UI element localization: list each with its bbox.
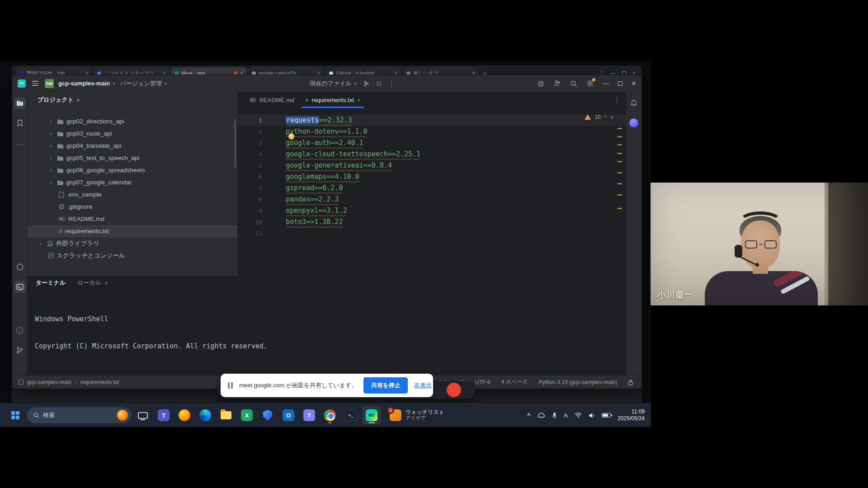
warning-stripe-mark[interactable] (617, 144, 622, 145)
ime-indicator[interactable]: A (564, 412, 568, 419)
taskbar-pycharm-app[interactable]: PC (363, 406, 381, 424)
problems-icon[interactable]: ! (14, 324, 26, 336)
project-tool-icon[interactable] (14, 97, 26, 109)
taskbar-remote-desktop-app[interactable] (134, 406, 152, 424)
vcs-widget[interactable]: バージョン管理 ∨ (120, 80, 167, 88)
chevron-right-icon[interactable]: › (50, 179, 54, 186)
taskbar-excel-app[interactable]: X (238, 406, 256, 424)
meet-leave-call-button[interactable] (447, 383, 461, 397)
tree-item-libraries[interactable]: › 外部ライブラリ (28, 237, 237, 249)
taskbar-search[interactable]: 検索 (27, 408, 131, 423)
start-button[interactable] (6, 406, 24, 424)
tab-close-icon[interactable]: × (357, 97, 361, 103)
settings-gear-icon[interactable] (586, 80, 594, 87)
search-icon[interactable] (570, 80, 577, 87)
inspections-widget[interactable]: 10 ^ ∨ (585, 114, 614, 120)
warning-stripe-mark[interactable] (617, 136, 622, 137)
ai-assistant-icon[interactable] (628, 117, 640, 129)
chevron-right-icon[interactable]: › (50, 155, 54, 161)
terminal-tool-icon[interactable] (14, 281, 26, 293)
file-encoding[interactable]: UTF-8 (475, 379, 491, 385)
window-close-button[interactable]: × (632, 79, 636, 88)
run-button[interactable] (364, 80, 369, 87)
lock-icon[interactable] (628, 379, 633, 385)
bookmarks-icon[interactable] (14, 117, 26, 129)
breadcrumb-project[interactable]: gcp-samples-main (27, 379, 71, 385)
taskbar-firefox-app[interactable] (175, 406, 193, 424)
next-warning-icon[interactable]: ∨ (610, 114, 614, 120)
run-more-actions-icon[interactable]: ⋮ (388, 80, 395, 88)
tree-item-folder[interactable]: › gcp06_google_spreadsheets (28, 164, 237, 176)
window-minimize-button[interactable]: — (603, 80, 609, 87)
tree-item-folder[interactable]: › gcp05_text_to_speech_api (28, 152, 237, 164)
notifications-bell-icon[interactable] (628, 97, 640, 109)
taskbar-outlook-app[interactable]: O (279, 406, 297, 424)
chevron-right-icon[interactable]: › (50, 118, 54, 125)
main-menu-icon[interactable] (30, 79, 40, 88)
code-line[interactable]: 6 googlemaps==4.10.0 (238, 171, 626, 183)
taskbar-chrome-app[interactable] (321, 406, 339, 424)
hidden-icons-chevron[interactable]: ^ (527, 412, 530, 418)
code-line[interactable]: 3 google-auth==2.40.1 (238, 137, 626, 149)
warning-stripe-mark[interactable] (617, 194, 622, 196)
tree-item-folder[interactable]: › gcp04_translate_api (28, 140, 237, 152)
prev-warning-icon[interactable]: ^ (604, 114, 607, 120)
tree-item-file[interactable]: .env_sample (28, 188, 237, 201)
tree-item-folder[interactable]: › gcp07_google_calendar (28, 176, 237, 188)
tree-item-folder[interactable]: › gcp02_directions_api (28, 115, 237, 127)
taskbar-clock[interactable]: 11:09 2025/05/24 (618, 408, 645, 422)
code-editor[interactable]: 1 requests==2.32.3 2 python-dotenv==1.1.… (238, 108, 626, 275)
volume-icon[interactable] (589, 413, 595, 418)
stop-sharing-button[interactable]: 共有を停止 (363, 377, 407, 394)
run-config-selector[interactable]: 現在のファイル ∨ (310, 80, 357, 88)
taskbar-edge-app[interactable] (196, 406, 214, 424)
terminal-tab-local[interactable]: ローカル × (77, 279, 108, 287)
taskbar-terminal-app[interactable]: >_ (342, 406, 360, 424)
git-branch-icon[interactable] (14, 344, 26, 356)
warning-stripe-mark[interactable] (617, 128, 622, 129)
taskbar-teams-work-app[interactable]: T (300, 406, 318, 424)
taskbar-security-app[interactable] (259, 406, 277, 424)
warning-stripe-mark[interactable] (617, 153, 622, 154)
window-maximize-button[interactable] (618, 81, 623, 86)
warning-stripe-mark[interactable] (617, 161, 622, 162)
more-tools-icon[interactable] (377, 81, 381, 86)
chevron-right-icon[interactable]: › (50, 167, 54, 174)
wifi-icon[interactable] (575, 413, 582, 418)
tree-item-folder[interactable]: › gcp03_route_api (28, 127, 237, 140)
chevron-right-icon[interactable]: › (40, 240, 44, 247)
add-user-icon[interactable] (553, 80, 561, 87)
code-line[interactable]: 10 boto3==1.38.22 (238, 216, 626, 228)
python-packages-icon[interactable] (14, 261, 26, 273)
code-line[interactable]: 8 pandas==2.2.3 (238, 194, 626, 205)
tab-close-icon[interactable]: × (104, 280, 108, 286)
python-interpreter[interactable]: Python 3.13 (gcp-samples-main) (539, 379, 617, 385)
hide-banner-link[interactable]: 非表示 (414, 381, 432, 389)
tree-item-file[interactable]: M↓ README.md (28, 213, 237, 225)
more-tool-windows-icon[interactable]: … (14, 137, 26, 149)
breadcrumb-file[interactable]: requirements.txt (80, 379, 119, 385)
indent-setting[interactable]: 4 スペース (501, 378, 528, 386)
tree-item-file[interactable]: .gitignore (28, 201, 237, 213)
project-scrollbar[interactable] (234, 119, 236, 168)
chevron-right-icon[interactable]: › (50, 142, 54, 149)
code-line[interactable]: 9 openpyxl==3.1.2 (238, 205, 626, 216)
code-line[interactable]: 11 (238, 228, 626, 239)
chevron-right-icon[interactable]: › (50, 130, 54, 137)
tree-item-file-selected[interactable]: ≡ requirements.txt (28, 225, 237, 237)
project-selector[interactable]: gcp-samples-main ∨ (58, 80, 115, 87)
code-line[interactable]: 5 google-generativeai==0.8.4 (238, 160, 626, 171)
code-with-me-icon[interactable]: @ (538, 80, 544, 87)
code-line[interactable]: 1 requests==2.32.3 (238, 115, 626, 126)
code-line[interactable]: 2 python-dotenv==1.1.0 (238, 126, 626, 137)
onedrive-cloud-icon[interactable] (537, 413, 545, 418)
warning-stripe-mark[interactable] (617, 172, 622, 174)
code-line[interactable]: 7 gspread==6.2.0 (238, 183, 626, 194)
taskbar-teams-app[interactable]: T (155, 406, 173, 424)
intention-bulb-icon[interactable] (288, 133, 294, 139)
warning-stripe-mark[interactable] (617, 183, 622, 184)
widgets-button[interactable]: 3 ウォッチリスト アイデア (387, 408, 447, 422)
editor-tab-options-icon[interactable]: ⋮ (613, 96, 626, 104)
taskbar-explorer-app[interactable] (217, 406, 235, 424)
code-line[interactable]: 4 google-cloud-texttospeech==2.25.1 (238, 149, 626, 160)
